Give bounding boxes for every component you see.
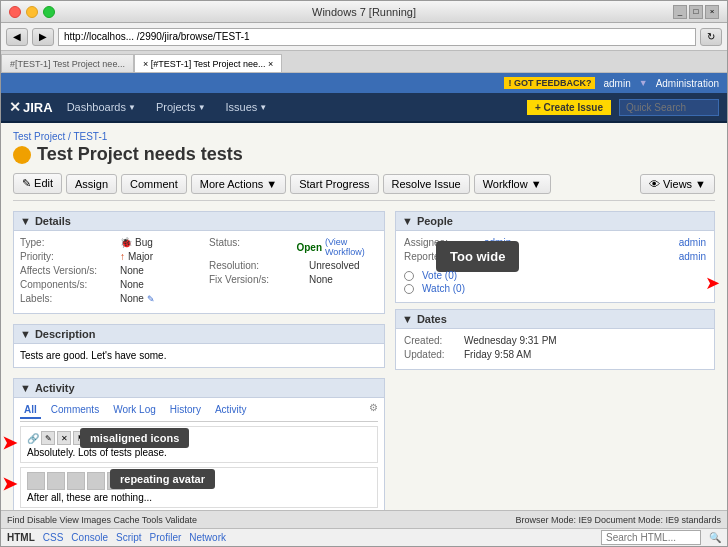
nav-projects[interactable]: Projects ▼ <box>150 99 212 115</box>
labels-edit-icon[interactable]: ✎ <box>147 294 155 304</box>
bottom-status-text: Find Disable View Images Cache Tools Val… <box>7 515 511 525</box>
details-two-col: Type: 🐞 Bug Priority: ↑ <box>20 237 378 307</box>
workflow-button[interactable]: Workflow ▼ <box>474 174 551 194</box>
activity-item-2-wrapper: 11 9:56 AM After all, these are nothing.… <box>20 467 378 508</box>
breadcrumb-issue[interactable]: TEST-1 <box>73 131 107 142</box>
tab-bar: #[TEST-1] Test Project nee... × [#TEST-1… <box>1 51 727 73</box>
activity-text-1: Absolutely. Lots of tests please. <box>27 447 371 458</box>
radio-vote <box>404 271 414 281</box>
activity-section: ▼ Activity All Comments Work Log History… <box>13 378 385 510</box>
browser-toolbar: ◀ ▶ http://localhos... /2990/jira/browse… <box>1 23 727 51</box>
tab-activity[interactable]: Activity <box>211 402 251 419</box>
edit-icon-1[interactable]: ✎ <box>41 431 55 445</box>
tabs-spacer <box>257 402 363 419</box>
search-html-input[interactable] <box>601 530 701 545</box>
radio-watch <box>404 284 414 294</box>
detail-affects: Affects Version/s: None <box>20 265 189 276</box>
tab2-label: × [#TEST-1] Test Project nee... × <box>143 59 273 69</box>
nav-dashboards[interactable]: Dashboards ▼ <box>61 99 142 115</box>
maximize-button[interactable] <box>43 6 55 18</box>
status-value[interactable]: Open (View Workflow) <box>296 237 378 257</box>
address-bar[interactable]: http://localhos... /2990/jira/browse/TES… <box>58 28 696 46</box>
browser-tab-1[interactable]: #[TEST-1] Test Project nee... <box>1 54 134 72</box>
resolution-value: Unresolved <box>309 260 360 271</box>
reporter-link[interactable]: admin <box>679 251 706 262</box>
tab-worklog[interactable]: Work Log <box>109 402 160 419</box>
user-dropdown[interactable]: ▼ <box>639 78 648 88</box>
status-icon <box>13 146 31 164</box>
detail-type: Type: 🐞 Bug <box>20 237 189 248</box>
search-html-icon[interactable]: 🔍 <box>709 532 721 543</box>
components-value: None <box>120 279 144 290</box>
people-header[interactable]: ▼ People <box>396 212 714 231</box>
dev-tab-script[interactable]: Script <box>116 532 142 543</box>
breadcrumb-project[interactable]: Test Project <box>13 131 65 142</box>
activity-label: Activity <box>35 382 75 394</box>
dev-tab-network[interactable]: Network <box>189 532 226 543</box>
jira-text: JIRA <box>23 100 53 115</box>
desc-label: Description <box>35 328 96 340</box>
activity-tabs: All Comments Work Log History Activity ⚙ <box>20 402 378 422</box>
bottom-ie-bar: Find Disable View Images Cache Tools Val… <box>1 510 727 528</box>
jira-logo: ✕ JIRA <box>9 99 53 115</box>
dev-tab-html[interactable]: HTML <box>7 532 35 543</box>
watch-label[interactable]: Watch (0) <box>422 283 465 294</box>
updated-label: Updated: <box>404 349 464 360</box>
comment-button[interactable]: Comment <box>121 174 187 194</box>
activity-header[interactable]: ▼ Activity <box>13 378 385 398</box>
tab-all[interactable]: All <box>20 402 41 419</box>
admin-label[interactable]: Administration <box>656 78 719 89</box>
activity-settings-icon[interactable]: ⚙ <box>369 402 378 419</box>
win-restore[interactable]: □ <box>689 5 703 19</box>
start-progress-button[interactable]: Start Progress <box>290 174 378 194</box>
win-minimize[interactable]: _ <box>673 5 687 19</box>
assign-button[interactable]: Assign <box>66 174 117 194</box>
close-button[interactable] <box>9 6 21 18</box>
back-button[interactable]: ◀ <box>6 28 28 46</box>
activity-item-1: 🔗 ✎ ✕ ⚑ 2011 9:56 AM Absolutely. Lots of… <box>20 426 378 463</box>
browser-tab-2[interactable]: × [#TEST-1] Test Project nee... × <box>134 54 282 72</box>
refresh-button[interactable]: ↻ <box>700 28 722 46</box>
fix-version-value: None <box>309 274 333 285</box>
details-right: Status: Open (View Workflow) Resolution:… <box>209 237 378 307</box>
dates-body: Created: Wednesday 9:31 PM Updated: Frid… <box>396 329 714 369</box>
nav-issues[interactable]: Issues ▼ <box>220 99 274 115</box>
activity-text-2: After all, these are nothing... <box>27 492 371 503</box>
dev-tab-profiler[interactable]: Profiler <box>150 532 182 543</box>
minimize-button[interactable] <box>26 6 38 18</box>
dates-header[interactable]: ▼ Dates <box>396 310 714 329</box>
window-title: Windows 7 [Running] <box>312 6 416 18</box>
description-header[interactable]: ▼ Description <box>13 324 385 344</box>
tab1-label: #[TEST-1] Test Project nee... <box>10 59 125 69</box>
details-header[interactable]: ▼ Details <box>13 211 385 231</box>
dev-tab-console[interactable]: Console <box>71 532 108 543</box>
page-title-area: Test Project needs tests <box>13 144 715 165</box>
win-close[interactable]: × <box>705 5 719 19</box>
details-section: ▼ Details Type: 🐞 Bug <box>13 211 385 314</box>
quick-search-input[interactable] <box>619 99 719 116</box>
forward-button[interactable]: ▶ <box>32 28 54 46</box>
two-col-layout: ▼ Details Type: 🐞 Bug <box>13 211 715 510</box>
description-section: ▼ Description Tests are good. Let's have… <box>13 324 385 368</box>
dev-tab-css[interactable]: CSS <box>43 532 64 543</box>
views-button[interactable]: 👁 Views ▼ <box>640 174 715 194</box>
assignee-link[interactable]: admin <box>679 237 706 248</box>
feedback-button[interactable]: ! GOT FEEDBACK? <box>504 77 595 89</box>
activity-item-1-header: 🔗 ✎ ✕ ⚑ 2011 9:56 AM <box>27 431 371 445</box>
created-value: Wednesday 9:31 PM <box>464 335 557 346</box>
tab-comments[interactable]: Comments <box>47 402 103 419</box>
vote-watch-area: Vote (0) Watch (0) ➤ <box>404 270 706 294</box>
resolve-issue-button[interactable]: Resolve Issue <box>383 174 470 194</box>
vote-label[interactable]: Vote (0) <box>422 270 457 281</box>
create-issue-button[interactable]: + Create Issue <box>527 100 611 115</box>
tab-history[interactable]: History <box>166 402 205 419</box>
action-toolbar: ✎ Edit Assign Comment More Actions ▼ Sta… <box>13 173 715 201</box>
more-actions-button[interactable]: More Actions ▼ <box>191 174 286 194</box>
jira-header: ✕ JIRA Dashboards ▼ Projects ▼ Issues ▼ … <box>1 93 727 123</box>
people-section: ▼ People Assignee: admin admin Reporter:… <box>395 211 715 303</box>
type-value: Bug <box>135 237 153 248</box>
edit-button[interactable]: ✎ Edit <box>13 173 62 194</box>
delete-icon-1[interactable]: ✕ <box>57 431 71 445</box>
red-arrow-vote: ➤ <box>705 272 720 294</box>
activity-body: All Comments Work Log History Activity ⚙ <box>13 398 385 510</box>
